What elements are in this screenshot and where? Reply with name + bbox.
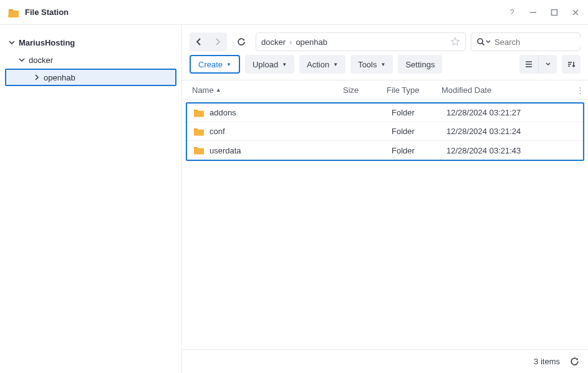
tree-root[interactable]: MariusHosting <box>5 34 176 51</box>
list-view-icon[interactable] <box>519 55 538 74</box>
search-box[interactable] <box>471 32 581 51</box>
search-input[interactable] <box>494 37 588 47</box>
breadcrumb-part[interactable]: docker <box>261 37 286 47</box>
column-name[interactable]: Name▲ <box>182 85 337 95</box>
file-date: 12/28/2024 03:21:24 <box>440 127 568 136</box>
action-toolbar: Create▼ Upload▼ Action▼ Tools▼ Settings <box>182 55 588 80</box>
tree-item-openhab[interactable]: openhab <box>5 69 176 86</box>
favorite-icon[interactable] <box>450 37 460 47</box>
folder-icon <box>193 127 205 136</box>
refresh-button[interactable] <box>232 32 251 51</box>
back-button[interactable] <box>190 32 208 51</box>
tree-item-label: openhab <box>44 73 75 82</box>
file-name: addons <box>210 108 236 117</box>
tree-root-label: MariusHosting <box>19 38 75 47</box>
create-button[interactable]: Create▼ <box>190 55 240 74</box>
chevron-down-icon: ▼ <box>333 62 338 67</box>
navigation-toolbar: docker › openhab <box>182 25 588 55</box>
table-row[interactable]: addonsFolder12/28/2024 03:21:27 <box>187 104 583 122</box>
view-dropdown-icon[interactable] <box>538 55 557 74</box>
file-table: Name▲ Size File Type Modified Date ⋮ add… <box>182 80 588 349</box>
upload-button[interactable]: Upload▼ <box>245 55 294 74</box>
svg-point-5 <box>478 39 483 44</box>
tree-item-label: docker <box>29 56 53 65</box>
file-name: userdata <box>210 146 241 155</box>
file-type: Folder <box>385 146 440 155</box>
file-type: Folder <box>385 108 440 117</box>
column-type[interactable]: File Type <box>380 85 435 95</box>
view-toggle <box>519 55 557 74</box>
help-icon[interactable]: ? <box>507 7 517 17</box>
tree-item-docker[interactable]: docker <box>5 51 176 69</box>
chevron-down-icon <box>9 39 16 46</box>
chevron-down-icon: ▼ <box>282 62 287 67</box>
table-body: addonsFolder12/28/2024 03:21:27confFolde… <box>186 102 584 161</box>
table-row[interactable]: userdataFolder12/28/2024 03:21:43 <box>187 141 583 160</box>
column-size[interactable]: Size <box>337 85 380 95</box>
breadcrumb[interactable]: docker › openhab <box>256 32 466 51</box>
app-icon <box>7 6 20 19</box>
status-bar: 3 items <box>182 349 588 373</box>
maximize-icon[interactable] <box>549 7 559 17</box>
table-row[interactable]: confFolder12/28/2024 03:21:24 <box>187 122 583 141</box>
breadcrumb-part[interactable]: openhab <box>296 37 327 47</box>
folder-icon <box>193 146 205 155</box>
sort-button[interactable] <box>562 55 581 74</box>
chevron-down-icon: ▼ <box>381 62 386 67</box>
table-header: Name▲ Size File Type Modified Date ⋮ <box>182 80 588 100</box>
item-count: 3 items <box>534 357 560 366</box>
file-date: 12/28/2024 03:21:43 <box>440 146 568 155</box>
chevron-down-icon <box>19 57 26 63</box>
chevron-down-icon: ▼ <box>226 62 231 67</box>
chevron-right-icon: › <box>289 37 292 47</box>
sort-asc-icon: ▲ <box>216 87 221 93</box>
refresh-icon[interactable] <box>570 357 579 366</box>
settings-button[interactable]: Settings <box>398 55 442 74</box>
file-date: 12/28/2024 03:21:27 <box>440 108 568 117</box>
column-menu-icon[interactable]: ⋮ <box>573 85 588 95</box>
app-title: File Station <box>25 7 507 17</box>
close-icon[interactable] <box>571 7 581 17</box>
titlebar: File Station ? <box>0 0 588 25</box>
svg-line-6 <box>482 43 484 46</box>
chevron-right-icon <box>34 74 41 80</box>
minimize-icon[interactable] <box>528 7 538 17</box>
nav-back-forward <box>190 32 227 51</box>
file-type: Folder <box>385 127 440 136</box>
action-button[interactable]: Action▼ <box>299 55 345 74</box>
svg-rect-2 <box>552 9 557 15</box>
file-name: conf <box>210 127 225 136</box>
folder-tree: MariusHosting docker openhab <box>0 25 182 373</box>
svg-text:?: ? <box>510 8 514 17</box>
forward-button[interactable] <box>208 32 227 51</box>
folder-icon <box>193 109 205 117</box>
tools-button[interactable]: Tools▼ <box>350 55 393 74</box>
window-controls: ? <box>507 7 581 17</box>
search-icon <box>476 37 491 46</box>
column-date[interactable]: Modified Date <box>435 85 573 95</box>
